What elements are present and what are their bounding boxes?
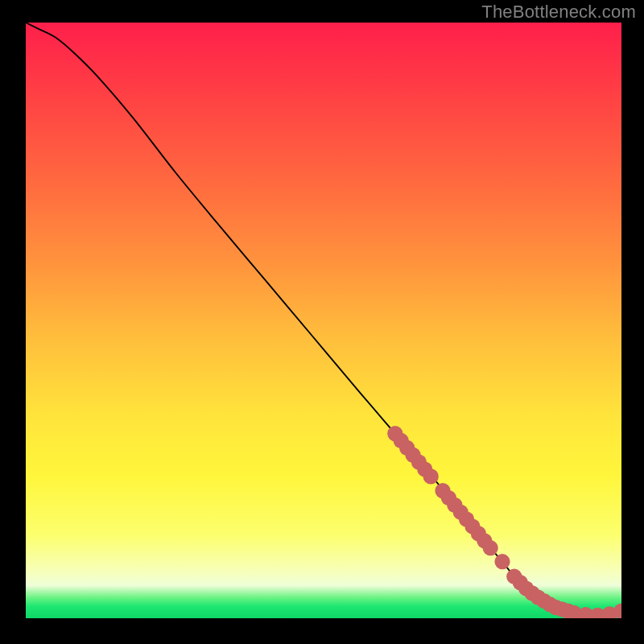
chart-svg <box>26 23 621 618</box>
chart-stage: TheBottleneck.com <box>0 0 644 644</box>
curve-marker <box>483 540 498 555</box>
curve-marker <box>423 469 439 484</box>
bottleneck-curve-line <box>26 23 621 615</box>
curve-markers <box>387 426 621 618</box>
curve-marker <box>494 554 510 569</box>
watermark-text: TheBottleneck.com <box>481 2 636 23</box>
